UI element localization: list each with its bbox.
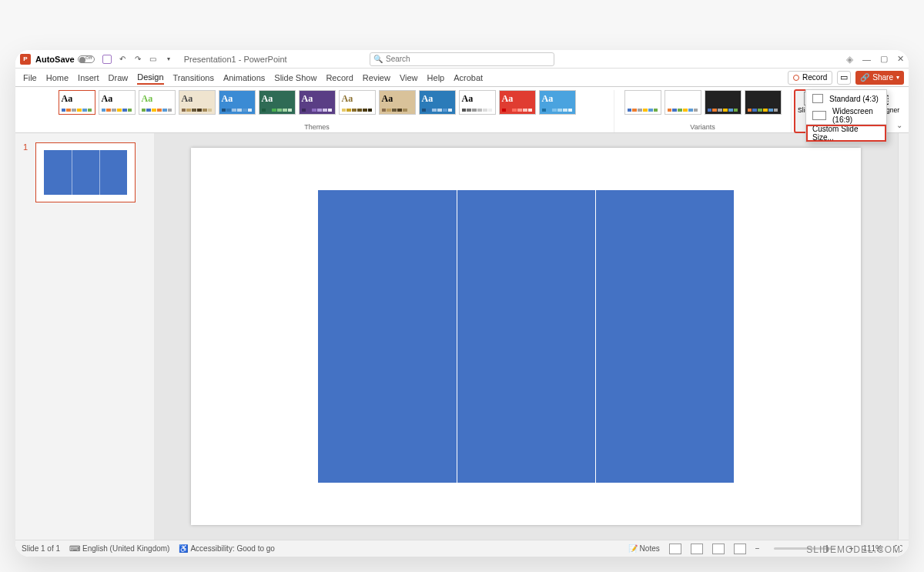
save-icon[interactable] [102, 55, 112, 64]
theme-option[interactable]: Aa [539, 90, 576, 115]
variants-group-label: Variants [690, 122, 715, 132]
ratio-169-icon [812, 111, 826, 120]
tab-transitions[interactable]: Transitions [173, 72, 214, 84]
search-input[interactable] [370, 52, 554, 66]
theme-option[interactable]: Aa [499, 90, 536, 115]
slide-shape-rectangle[interactable] [318, 190, 734, 483]
theme-option[interactable]: Aa [59, 90, 95, 115]
workspace: 1 [15, 133, 909, 540]
theme-option[interactable]: Aa [339, 90, 376, 115]
minimize-button[interactable]: — [862, 55, 871, 64]
slide-editor[interactable] [154, 133, 898, 540]
ribbon-tabs: FileHomeInsertDrawDesignTransitionsAnima… [15, 69, 909, 87]
theme-option[interactable]: Aa [259, 90, 296, 115]
theme-option[interactable]: Aa [99, 90, 136, 115]
share-icon: 🔗 [860, 73, 869, 82]
slideshow-view-button[interactable] [734, 544, 746, 554]
close-button[interactable]: ✕ [897, 54, 904, 64]
present-mode-button[interactable]: ▭ [837, 71, 851, 85]
variant-option[interactable] [624, 90, 661, 115]
vertical-scrollbar[interactable] [898, 133, 909, 540]
app-icon: P [20, 54, 31, 65]
normal-view-button[interactable] [669, 544, 681, 554]
title-bar: P AutoSave Off ↶ ↷ ▭ ▾ Presentation1 - P… [15, 50, 909, 69]
tab-file[interactable]: File [23, 72, 37, 84]
chevron-down-icon: ▾ [896, 74, 899, 81]
slide-number: 1 [23, 142, 28, 152]
theme-option[interactable]: Aa [299, 90, 336, 115]
widescreen-169-label: Widescreen (16:9) [832, 107, 880, 124]
tab-view[interactable]: View [400, 72, 418, 84]
record-icon [793, 75, 799, 81]
custom-slide-size-label: Custom Slide Size... [812, 125, 880, 142]
custom-slide-size-option[interactable]: Custom Slide Size... [806, 125, 886, 142]
variant-option[interactable] [745, 90, 782, 115]
tab-help[interactable]: Help [427, 72, 445, 84]
watermark: SLIDEMODEL.COM [806, 544, 901, 555]
theme-option[interactable]: Aa [459, 90, 496, 115]
themes-group-label: Themes [304, 122, 330, 132]
search-icon: 🔍 [373, 55, 383, 63]
language-status[interactable]: ⌨English (United Kingdom) [69, 544, 169, 553]
record-button[interactable]: Record [788, 71, 832, 85]
quick-access-toolbar: ↶ ↷ ▭ ▾ [102, 55, 173, 64]
document-title: Presentation1 - PowerPoint [184, 55, 287, 64]
tab-home[interactable]: Home [46, 72, 69, 84]
theme-option[interactable]: Aa [139, 90, 176, 115]
redo-icon[interactable]: ↷ [133, 55, 142, 64]
variant-option[interactable] [705, 90, 742, 115]
standard-43-option[interactable]: Standard (4:3) [806, 90, 886, 107]
collapse-ribbon-icon[interactable]: ⌄ [896, 121, 902, 129]
toggle-switch[interactable]: Off [78, 55, 95, 63]
tab-draw[interactable]: Draw [109, 72, 129, 84]
slide-thumbnail-content [44, 150, 127, 195]
tab-record[interactable]: Record [326, 72, 353, 84]
themes-group: AaAaAaAaAaAaAaAaAaAaAaAaAa Themes [20, 90, 614, 132]
accessibility-status[interactable]: ♿Accessibility: Good to go [179, 544, 275, 553]
slide-canvas[interactable] [191, 148, 861, 525]
tab-review[interactable]: Review [363, 72, 390, 84]
variants-group: Variants [614, 90, 792, 132]
theme-option[interactable]: Aa [179, 90, 216, 115]
theme-option[interactable]: Aa [379, 90, 416, 115]
slide-thumbnails-panel[interactable]: 1 [15, 133, 154, 540]
slide-count: Slide 1 of 1 [22, 544, 60, 553]
record-label: Record [802, 73, 827, 82]
present-icon[interactable]: ▭ [149, 55, 158, 64]
share-button[interactable]: 🔗 Share ▾ [855, 71, 904, 85]
maximize-button[interactable]: ▢ [880, 54, 888, 64]
account-icon[interactable]: ◈ [846, 54, 853, 65]
ribbon: AaAaAaAaAaAaAaAaAaAaAaAaAa Themes Varian… [15, 87, 909, 133]
theme-option[interactable]: Aa [419, 90, 456, 115]
widescreen-169-option[interactable]: Widescreen (16:9) [806, 107, 886, 124]
autosave-label: AutoSave [35, 55, 75, 64]
sorter-view-button[interactable] [691, 544, 703, 554]
autosave-toggle[interactable]: AutoSave Off [35, 55, 95, 64]
share-label: Share [872, 73, 893, 82]
status-bar: Slide 1 of 1 ⌨English (United Kingdom) ♿… [15, 540, 909, 557]
zoom-out-button[interactable]: − [755, 544, 760, 553]
slide-size-dropdown: Standard (4:3) Widescreen (16:9) Custom … [805, 89, 887, 142]
slide-thumbnail[interactable] [35, 142, 136, 202]
variant-option[interactable] [665, 90, 701, 115]
notes-button[interactable]: 📝 Notes [628, 544, 660, 553]
reading-view-button[interactable] [712, 544, 725, 554]
theme-option[interactable]: Aa [219, 90, 256, 115]
tab-insert[interactable]: Insert [78, 72, 99, 84]
qat-more-icon[interactable]: ▾ [164, 55, 173, 64]
tab-acrobat[interactable]: Acrobat [454, 72, 483, 84]
ratio-43-icon [812, 94, 823, 103]
tab-slide-show[interactable]: Slide Show [274, 72, 316, 84]
tab-animations[interactable]: Animations [223, 72, 265, 84]
standard-43-label: Standard (4:3) [829, 95, 879, 103]
undo-icon[interactable]: ↶ [118, 55, 127, 64]
tab-design[interactable]: Design [137, 71, 163, 85]
